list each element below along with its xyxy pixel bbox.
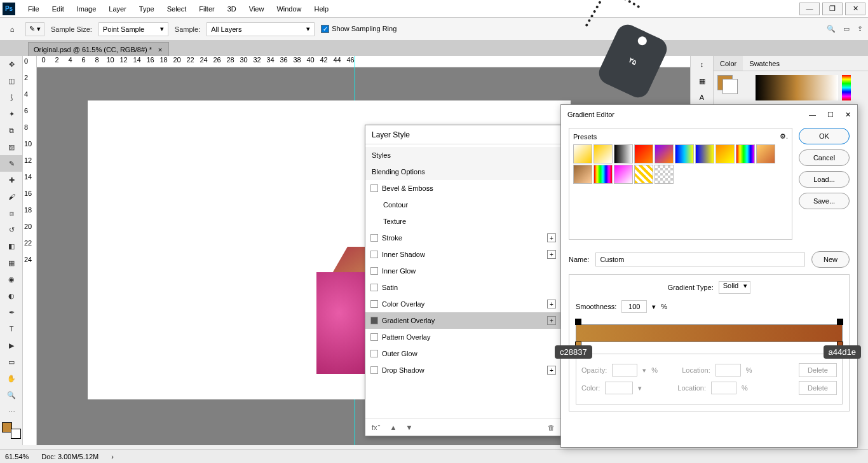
add-effect-icon[interactable]: + (547, 233, 556, 242)
checkbox-icon[interactable] (370, 251, 378, 258)
swatches-tab[interactable]: Swatches (743, 56, 786, 71)
checkbox-icon[interactable] (370, 350, 378, 357)
blur-tool[interactable]: ◉ (0, 271, 23, 287)
checkbox-icon[interactable] (370, 333, 378, 341)
shape-tool[interactable]: ▭ (0, 354, 23, 370)
ls-row-contour[interactable]: Contour (365, 197, 561, 213)
preset-10[interactable] (573, 165, 592, 184)
ls-blending-header[interactable]: Blending Options (365, 163, 561, 180)
restore-button[interactable]: ❐ (822, 3, 843, 15)
checkbox-icon[interactable] (370, 300, 378, 308)
frame-tool[interactable]: ▨ (0, 139, 23, 155)
save-button[interactable]: Save... (799, 193, 850, 209)
ok-button[interactable]: OK (799, 128, 850, 144)
preset-11[interactable] (593, 165, 613, 184)
hand-tool[interactable]: ✋ (0, 370, 23, 387)
preset-12[interactable] (614, 165, 633, 184)
pen-tool[interactable]: ✒ (0, 304, 23, 321)
maximize-icon[interactable]: ☐ (827, 111, 834, 119)
ls-row-stroke[interactable]: Stroke+ (365, 230, 561, 246)
panel-icon-char[interactable]: A (691, 89, 713, 106)
eraser-tool[interactable]: ◧ (0, 238, 23, 254)
zoom-tool[interactable]: 🔍 (0, 387, 23, 403)
preset-3[interactable] (634, 144, 653, 163)
doc-size[interactable]: Doc: 3.00M/5.12M (41, 453, 98, 460)
ls-styles-header[interactable]: Styles (365, 147, 561, 163)
ls-row-gradient-overlay[interactable]: Gradient Overlay+ (365, 312, 561, 329)
preset-9[interactable] (756, 144, 775, 163)
close-button[interactable]: ✕ (845, 3, 865, 15)
menu-filter[interactable]: Filter (193, 0, 220, 18)
history-brush-tool[interactable]: ↺ (0, 221, 23, 238)
crop-tool[interactable]: ⧉ (0, 122, 23, 139)
color-spectrum[interactable] (756, 75, 838, 100)
panel-icon-swatches[interactable]: ▦ (691, 73, 713, 89)
preset-0[interactable] (573, 144, 592, 163)
quick-select-tool[interactable]: ✦ (0, 106, 23, 122)
preset-14[interactable] (654, 165, 674, 184)
path-select-tool[interactable]: ▶ (0, 337, 23, 354)
down-arrow-icon[interactable]: ▼ (405, 424, 412, 431)
trash-icon[interactable]: 🗑 (548, 424, 555, 431)
preset-1[interactable] (593, 144, 613, 163)
type-tool[interactable]: T (0, 321, 23, 337)
gradient-bar[interactable] (576, 324, 843, 342)
background-swatch[interactable] (722, 79, 738, 94)
color-tab[interactable]: Color (714, 56, 743, 71)
foreground-background-colors[interactable] (2, 422, 21, 439)
load-button[interactable]: Load... (799, 171, 850, 188)
close-tab-icon[interactable]: × (157, 46, 163, 53)
preset-4[interactable] (654, 144, 674, 163)
marquee-tool[interactable]: ◫ (0, 73, 23, 89)
preset-13[interactable] (634, 165, 653, 184)
zoom-level[interactable]: 61.54% (5, 453, 29, 460)
up-arrow-icon[interactable]: ▲ (390, 424, 397, 431)
checkbox-icon[interactable] (370, 366, 378, 374)
ls-row-bevel-emboss[interactable]: Bevel & Emboss (365, 180, 561, 197)
cancel-button[interactable]: Cancel (799, 149, 850, 166)
preset-8[interactable] (736, 144, 755, 163)
tool-preset-icon[interactable]: ✎ ▾ (25, 22, 44, 36)
ls-row-color-overlay[interactable]: Color Overlay+ (365, 296, 561, 312)
workspace-icon[interactable]: ▭ (843, 25, 850, 33)
menu-type[interactable]: Type (133, 0, 161, 18)
stamp-tool[interactable]: ⧈ (0, 205, 23, 221)
checkbox-icon[interactable] (370, 284, 378, 291)
menu-view[interactable]: View (243, 0, 271, 18)
opacity-stop-right[interactable] (837, 319, 843, 325)
opacity-field[interactable] (612, 364, 637, 377)
menu-3d[interactable]: 3D (221, 0, 243, 18)
gradient-editor-titlebar[interactable]: Gradient Editor — ☐ ✕ (561, 105, 857, 124)
checkbox-icon[interactable] (370, 267, 378, 275)
ls-row-pattern-overlay[interactable]: Pattern Overlay (365, 329, 561, 345)
delete-opacity-stop-button[interactable]: Delete (799, 363, 837, 377)
hue-strip[interactable] (842, 75, 851, 100)
menu-file[interactable]: File (22, 0, 46, 18)
add-effect-icon[interactable]: + (547, 366, 556, 375)
show-sampling-ring[interactable]: Show Sampling Ring (321, 25, 397, 34)
menu-select[interactable]: Select (161, 0, 193, 18)
close-icon[interactable]: ✕ (845, 111, 851, 119)
edit-toolbar[interactable]: ⋯ (0, 403, 23, 420)
ls-row-inner-glow[interactable]: Inner Glow (365, 263, 561, 279)
location-field[interactable] (715, 364, 741, 377)
ls-row-outer-glow[interactable]: Outer Glow (365, 345, 561, 362)
minimize-icon[interactable]: — (809, 111, 816, 119)
search-icon[interactable]: 🔍 (827, 25, 836, 33)
dodge-tool[interactable]: ◐ (0, 287, 23, 304)
menu-layer[interactable]: Layer (102, 0, 133, 18)
sample-select[interactable]: All Layers (207, 22, 315, 36)
smoothness-caret-icon[interactable]: ▾ (652, 303, 656, 311)
location-field-2[interactable] (711, 382, 736, 394)
home-icon[interactable]: ⌂ (5, 22, 19, 36)
ls-row-inner-shadow[interactable]: Inner Shadow+ (365, 246, 561, 263)
checkbox-icon[interactable] (370, 234, 378, 242)
add-effect-icon[interactable]: + (547, 316, 556, 325)
status-caret-icon[interactable]: › (111, 453, 114, 460)
eyedropper-tool[interactable]: ✎ (0, 155, 23, 172)
healing-tool[interactable]: ✚ (0, 172, 23, 188)
menu-help[interactable]: Help (308, 0, 336, 18)
document-tab[interactable]: Original.psd @ 61.5% (CC, RGB/8#) * × (28, 42, 169, 56)
gradient-type-select[interactable]: Solid (719, 281, 750, 294)
preset-6[interactable] (695, 144, 714, 163)
